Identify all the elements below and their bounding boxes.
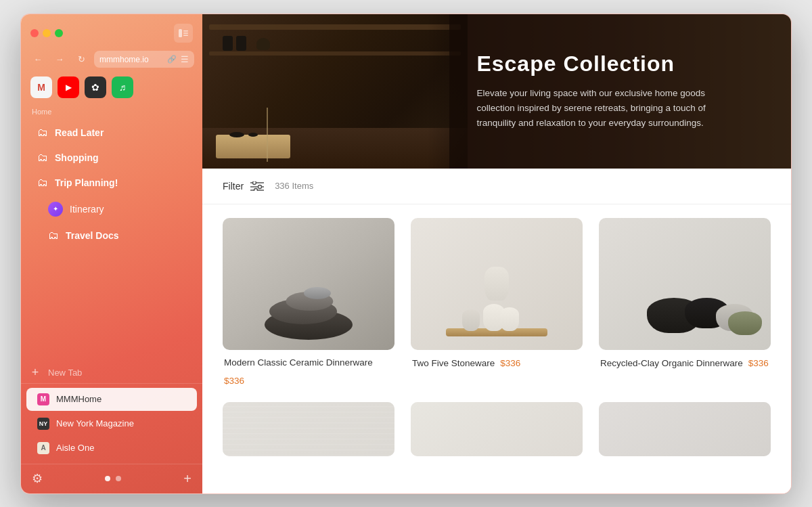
- folder-icon: 🗂: [37, 152, 48, 164]
- product-price-1: $336: [224, 376, 244, 386]
- link-icon: 🔗: [167, 55, 177, 64]
- refresh-button[interactable]: ↻: [72, 51, 90, 68]
- minimize-button[interactable]: [43, 29, 51, 37]
- folder-icon: 🗂: [37, 177, 48, 189]
- sidebar: ← → ↻ mmmhome.io 🔗 ☰ M ▶ ✿: [21, 14, 202, 493]
- sidebar-bottom: ⚙ +: [21, 464, 202, 493]
- folder-icon: 🗂: [37, 127, 48, 139]
- traffic-lights: [30, 29, 63, 37]
- main-content: Escape Collection Elevate your living sp…: [202, 14, 791, 493]
- svg-rect-0: [179, 29, 182, 37]
- browser-body: ← → ↻ mmmhome.io 🔗 ☰ M ▶ ✿: [21, 14, 791, 493]
- product-image-3: [599, 218, 771, 350]
- hero-text: Escape Collection Elevate your living sp…: [449, 14, 791, 169]
- section-home-label: Home: [21, 104, 202, 118]
- browser-window: ← → ↻ mmmhome.io 🔗 ☰ M ▶ ✿: [20, 14, 792, 494]
- tab-aisle-one[interactable]: A Aisle One: [26, 437, 197, 460]
- itinerary-app-icon: ✦: [48, 202, 63, 217]
- favorite-spotify[interactable]: ♬: [112, 76, 133, 98]
- favorite-youtube[interactable]: ▶: [58, 76, 79, 98]
- sidebar-item-itinerary[interactable]: ✦ Itinerary: [26, 196, 197, 223]
- product-image-1: [223, 218, 394, 350]
- hero-banner: Escape Collection Elevate your living sp…: [202, 14, 791, 169]
- sidebar-item-trip-planning[interactable]: 🗂 Trip Planning!: [26, 171, 197, 195]
- new-tab-label: New Tab: [48, 368, 82, 378]
- product-image-4: [223, 402, 394, 456]
- product-card-2[interactable]: Two Five Stoneware $336: [411, 218, 583, 387]
- svg-rect-1: [183, 30, 188, 32]
- pitcher: [484, 267, 509, 301]
- cup-3: [462, 309, 480, 331]
- address-bar[interactable]: mmmhome.io 🔗 ☰: [94, 51, 194, 68]
- sidebar-bottom-icon[interactable]: ⚙: [32, 471, 43, 486]
- product-card-6[interactable]: [599, 402, 771, 463]
- sidebar-item-shopping[interactable]: 🗂 Shopping: [26, 146, 197, 170]
- olive-bowl: [728, 311, 762, 335]
- product-image-6: [599, 402, 771, 456]
- product-image-2: [411, 218, 583, 350]
- tab-section: M MMMHome NY New York Magazine A Aisle O…: [21, 383, 202, 464]
- favorite-custom[interactable]: ✿: [85, 76, 106, 98]
- product-name-price-1: Modern Classic Ceramic Dinnerware $336: [224, 357, 393, 387]
- tab-favicon-nymag: NY: [37, 418, 49, 430]
- new-tab-row: + New Tab: [21, 361, 202, 383]
- nav-items: 🗂 Read Later 🗂 Shopping 🗂 Trip Planning!…: [21, 118, 202, 361]
- hero-subtitle: Elevate your living space with our exclu…: [476, 86, 720, 131]
- products-grid: Modern Classic Ceramic Dinnerware $336: [223, 218, 771, 464]
- tab-label: New York Magazine: [56, 418, 134, 428]
- sidebar-item-label: Travel Docs: [66, 230, 119, 241]
- product-name-price-2: Two Five Stoneware $336: [412, 357, 520, 370]
- sidebar-item-label: Itinerary: [70, 204, 104, 215]
- product-info-3: Recycled-Clay Organic Dinnerware $336: [599, 357, 771, 370]
- sidebar-item-travel-docs[interactable]: 🗂 Travel Docs: [26, 223, 197, 248]
- sidebar-item-read-later[interactable]: 🗂 Read Later: [26, 120, 197, 145]
- cup-2: [500, 307, 519, 331]
- address-text: mmmhome.io: [99, 55, 163, 64]
- svg-point-9: [254, 188, 258, 191]
- product-name-1: Modern Classic Ceramic Dinnerware: [224, 357, 373, 370]
- sidebar-toggle-button[interactable]: [174, 24, 193, 43]
- product-card-4[interactable]: [223, 402, 394, 463]
- pagination-dots: [105, 476, 121, 481]
- svg-point-5: [253, 181, 256, 185]
- product-name-price-3: Recycled-Clay Organic Dinnerware $336: [600, 357, 769, 370]
- bowl-tiny: [304, 287, 331, 299]
- product-card-5[interactable]: [411, 402, 583, 463]
- sidebar-toolbar: [21, 14, 202, 48]
- favorite-gmail[interactable]: M: [30, 76, 52, 98]
- address-bar-row: ← → ↻ mmmhome.io 🔗 ☰: [21, 48, 202, 74]
- product-name-2: Two Five Stoneware: [412, 357, 495, 370]
- product-name-3: Recycled-Clay Organic Dinnerware: [600, 357, 743, 370]
- product-card-3[interactable]: Recycled-Clay Organic Dinnerware $336: [599, 218, 771, 387]
- product-info-1: Modern Classic Ceramic Dinnerware $336: [223, 357, 394, 387]
- filter-icon[interactable]: [250, 181, 264, 191]
- product-info-2: Two Five Stoneware $336: [411, 357, 583, 370]
- filter-bar: Filter 336 Items: [202, 169, 791, 204]
- forward-button[interactable]: →: [51, 51, 68, 68]
- dot-1[interactable]: [105, 476, 110, 481]
- items-count: 336 Items: [275, 181, 313, 191]
- maximize-button[interactable]: [55, 29, 63, 37]
- product-image-5: [411, 402, 583, 456]
- product-card-1[interactable]: Modern Classic Ceramic Dinnerware $336: [223, 218, 394, 387]
- reader-icon: ☰: [181, 54, 189, 64]
- add-tab-button[interactable]: +: [183, 471, 191, 487]
- product-price-3: $336: [748, 358, 769, 368]
- tab-favicon-aisle: A: [37, 442, 49, 454]
- favorites-row: M ▶ ✿ ♬: [21, 74, 202, 104]
- tab-favicon-mmmhome: M: [37, 393, 49, 405]
- svg-rect-2: [183, 32, 188, 34]
- tab-label: Aisle One: [56, 443, 94, 453]
- tab-nymag[interactable]: NY New York Magazine: [26, 412, 197, 435]
- product-price-2: $336: [500, 358, 520, 368]
- tab-mmmhome[interactable]: M MMMHome: [26, 388, 197, 411]
- back-button[interactable]: ←: [29, 51, 47, 68]
- hero-title: Escape Collection: [476, 51, 764, 76]
- products-section: Modern Classic Ceramic Dinnerware $336: [202, 204, 791, 493]
- new-tab-plus-button[interactable]: +: [26, 364, 44, 382]
- filter-label: Filter: [223, 181, 244, 192]
- tab-label: MMMHome: [56, 394, 102, 404]
- close-button[interactable]: [30, 29, 39, 37]
- kitchen-scene: [202, 14, 468, 169]
- dot-2[interactable]: [116, 476, 121, 481]
